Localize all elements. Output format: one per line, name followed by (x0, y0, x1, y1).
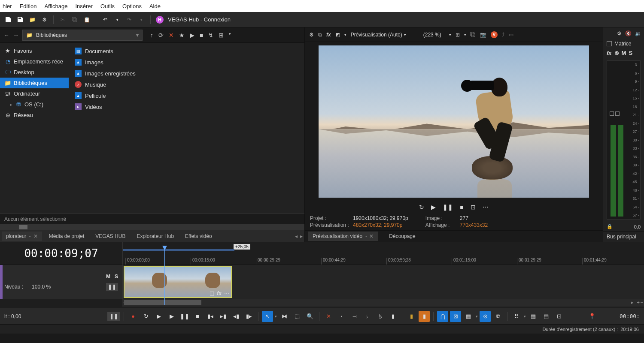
track-lane[interactable]: 140428-775192167_small ◫fx⋯ (122, 265, 644, 299)
tab-trim[interactable]: Découpage (385, 232, 419, 241)
tree-drive-c[interactable]: ▸⛃OS (C:) (0, 99, 69, 110)
go-start-button[interactable]: ▮◂ (205, 311, 216, 322)
matrix-row[interactable]: Matrice (603, 39, 644, 48)
track-pause-icon[interactable]: ❚❚ (106, 283, 118, 291)
loop-region[interactable] (123, 249, 234, 251)
settings-icon[interactable]: ⚙ (40, 16, 48, 24)
nav-fwd-icon[interactable]: → (13, 32, 19, 39)
view-icon[interactable]: ⊞ (219, 32, 224, 39)
region-icon[interactable]: ▮ (419, 311, 430, 322)
pv-zoom-dropdown[interactable]: (223 %)▾ (423, 32, 451, 38)
timeline-ruler[interactable]: +25;05 00:00:00;0000:00:15;0000:00:29;29… (122, 242, 644, 265)
pv-overlay-icon[interactable]: ⿻ (471, 32, 476, 38)
pv-grid-dd-icon[interactable]: ▾ (464, 33, 466, 37)
autoplay-icon[interactable]: ↯ (208, 32, 213, 39)
track-header[interactable]: MS Niveau :100,0 %❚❚ (0, 265, 122, 299)
auto-ripple-icon[interactable]: ▦ (463, 311, 474, 322)
pause-button[interactable]: ❚❚ (179, 311, 190, 322)
pv-grid-icon[interactable]: ⊞ (456, 32, 460, 38)
track-solo-button[interactable]: S (115, 274, 118, 280)
tab-hub[interactable]: VEGAS HUB (91, 232, 130, 241)
record-button[interactable]: ● (128, 311, 139, 322)
file-documents[interactable]: ▤Documents (69, 45, 304, 57)
play-button[interactable]: ▶ (166, 311, 177, 322)
marker-yellow-icon[interactable]: ▮ (406, 311, 417, 322)
tab-fx[interactable]: Effets vidéo (181, 232, 216, 241)
timeline-scrollbar[interactable]: ◂▸+− (122, 299, 644, 307)
close-icon[interactable]: ✕ (33, 233, 38, 239)
ungroup-icon[interactable]: ▤ (541, 311, 552, 322)
up-icon[interactable]: ↑ (150, 32, 153, 39)
play-from-start-button[interactable]: ▶ (153, 311, 164, 322)
marker-icon[interactable]: ▮ (387, 311, 398, 322)
tab-media[interactable]: Média de projet (45, 232, 89, 241)
more-icon[interactable]: ⋯ (483, 204, 489, 211)
tree-network[interactable]: ⊕Réseau (0, 110, 69, 120)
file-saved-images[interactable]: ▲Images enregistrées (69, 68, 304, 79)
view-dropdown-icon[interactable]: ▾ (229, 32, 231, 39)
split-icon[interactable]: ⧘ (361, 311, 373, 322)
delete-tool-icon[interactable]: ✕ (323, 311, 334, 322)
stop-button[interactable]: ■ (192, 311, 203, 322)
stop-button[interactable]: ■ (460, 204, 463, 211)
pv-fx-icon[interactable]: fx (326, 32, 331, 38)
breadcrumb[interactable]: 📁 Bibliothèques ▾ (22, 30, 143, 41)
meter-toggle-r[interactable] (615, 111, 620, 116)
file-images[interactable]: ▲Images (69, 57, 304, 68)
clip-fx-icon[interactable]: fx (217, 290, 222, 296)
pv-quality-dropdown[interactable]: Prévisualisation (Auto)▾ (351, 32, 406, 38)
open-icon[interactable]: 📁 (28, 16, 36, 24)
meter-settings-icon[interactable]: ⚙ (617, 30, 622, 36)
play-icon[interactable]: ▶ (190, 32, 194, 39)
meter-fx-button[interactable]: fx (607, 50, 612, 56)
menu-inserer[interactable]: Insérer (75, 3, 92, 9)
tool-dd-icon[interactable]: ▾ (275, 314, 277, 319)
playhead[interactable] (164, 248, 165, 305)
color-tool-icon[interactable]: ⠿ (511, 311, 522, 322)
selection-tool-icon[interactable]: ⬚ (292, 311, 303, 322)
edit-pause-icon[interactable]: ❚❚ (107, 312, 120, 321)
play-button[interactable]: ▶ (431, 204, 436, 211)
tab-hub-explorer[interactable]: Explorateur Hub (132, 232, 178, 241)
meter-dim-icon[interactable]: 🔉 (635, 30, 641, 36)
snap-icon[interactable]: ⋂ (437, 311, 448, 322)
ext-icon[interactable]: ⊡ (553, 311, 565, 322)
color-dd-icon[interactable]: ▾ (524, 314, 526, 319)
loop-button[interactable]: ↻ (140, 311, 152, 322)
file-roll[interactable]: ▲Pellicule (69, 90, 304, 101)
pv-split-dd-icon[interactable]: ▾ (344, 33, 346, 37)
tab-preview[interactable]: Prévisualisation vidéo▫✕ (308, 232, 378, 241)
menu-aide[interactable]: Aide (149, 3, 161, 9)
pause-button[interactable]: ❚❚ (443, 204, 453, 211)
tab-pin-icon[interactable]: ▫ (365, 233, 367, 239)
tree-libraries[interactable]: 📁Bibliothèques (0, 78, 69, 88)
refresh-icon[interactable]: ⟳ (158, 32, 164, 39)
trim-end-icon[interactable]: ⫤ (349, 311, 360, 322)
menu-options[interactable]: Options (122, 3, 142, 9)
delete-icon[interactable]: ✕ (169, 32, 174, 39)
hub-badge-icon[interactable]: H (156, 16, 164, 24)
nav-back-icon[interactable]: ← (3, 32, 9, 39)
pin-icon[interactable]: 📍 (589, 313, 595, 319)
prev-frame-button[interactable]: ◂▮ (231, 311, 242, 322)
menu-outils[interactable]: Outils (100, 3, 115, 9)
meter-solo-button[interactable]: S (629, 50, 632, 56)
tree-recent[interactable]: ◔Emplacements réce (0, 56, 69, 67)
menu-fichier[interactable]: hier (3, 3, 12, 9)
tree-favoris[interactable]: ★Favoris (0, 45, 69, 56)
tab-nav-left-icon[interactable]: ◂ (295, 233, 298, 239)
pv-external-icon[interactable]: ⧉ (318, 32, 322, 38)
tree-desktop[interactable]: 🖵Desktop (0, 67, 69, 78)
explorer-scrollbar[interactable] (0, 224, 304, 230)
ripple-dd-icon[interactable]: ▾ (476, 314, 478, 319)
file-videos[interactable]: ▸Vidéos (69, 101, 304, 112)
bus-tab[interactable]: Bus principal (603, 231, 644, 242)
timecode-display[interactable]: 00:00:09;07 (0, 242, 122, 265)
normal-edit-tool[interactable]: ↖ (262, 311, 273, 322)
hub-link[interactable]: VEGAS Hub - Connexion (168, 16, 231, 23)
copy-icon[interactable]: ⿻ (71, 16, 79, 24)
close-icon[interactable]: ✕ (369, 233, 374, 239)
undo-dropdown-icon[interactable]: ▾ (113, 16, 121, 24)
menu-edition[interactable]: Edition (20, 3, 37, 9)
lock-icon[interactable]: 🔒 (607, 224, 613, 229)
